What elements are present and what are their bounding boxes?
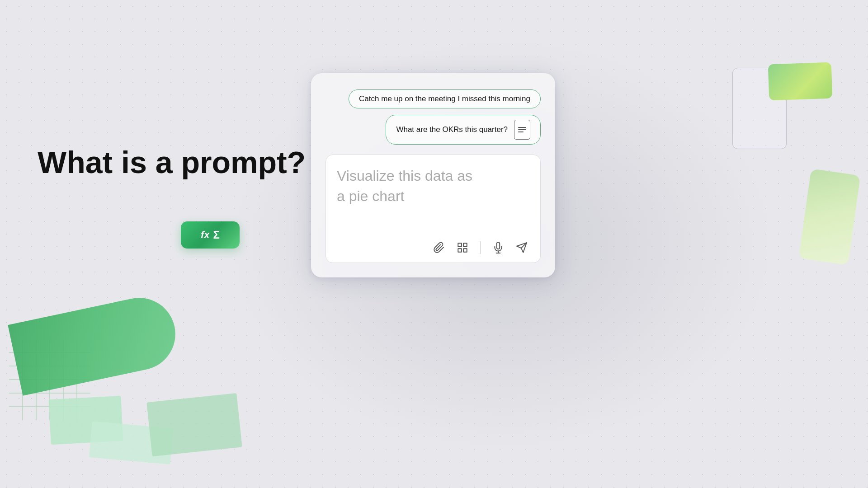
svg-rect-10: [458, 243, 462, 247]
svg-rect-13: [458, 249, 462, 252]
svg-rect-11: [463, 243, 467, 247]
chat-bubble-1[interactable]: Catch me up on the meeting I missed this…: [349, 89, 541, 108]
fx-formula-card: fx Σ: [181, 221, 240, 249]
green-card-top-right: [768, 62, 833, 101]
document-icon: [514, 120, 530, 140]
grid-icon: [457, 242, 468, 253]
attach-icon: [433, 242, 445, 253]
fx-label: fx: [201, 229, 210, 241]
icon-line-2: [518, 129, 526, 130]
sigma-label: Σ: [213, 229, 220, 241]
chat-panel: Catch me up on the meeting I missed this…: [311, 73, 555, 277]
send-icon: [516, 242, 528, 253]
input-toolbar: [337, 235, 529, 255]
mic-button[interactable]: [491, 240, 506, 255]
chat-bubble-2[interactable]: What are the OKRs this quarter?: [386, 115, 541, 145]
icon-line-1: [518, 127, 526, 128]
input-area[interactable]: Visualize this data asa pie chart: [326, 155, 541, 263]
sticky-note-3: [146, 393, 242, 456]
toolbar-divider: [480, 241, 481, 254]
chat-bubbles: Catch me up on the meeting I missed this…: [326, 89, 541, 145]
send-button[interactable]: [514, 240, 529, 255]
svg-rect-12: [463, 249, 467, 252]
chat-bubble-2-text: What are the OKRs this quarter?: [396, 125, 508, 134]
mic-icon: [492, 242, 504, 253]
document-icon-lines: [518, 127, 526, 132]
main-title: What is a prompt?: [38, 145, 306, 180]
attach-button[interactable]: [431, 240, 447, 255]
grid-button[interactable]: [455, 240, 470, 255]
input-placeholder-text: Visualize this data asa pie chart: [337, 166, 529, 235]
icon-line-3: [518, 131, 524, 132]
main-title-text: What is a prompt?: [38, 145, 306, 179]
chat-bubble-1-text: Catch me up on the meeting I missed this…: [359, 94, 530, 103]
